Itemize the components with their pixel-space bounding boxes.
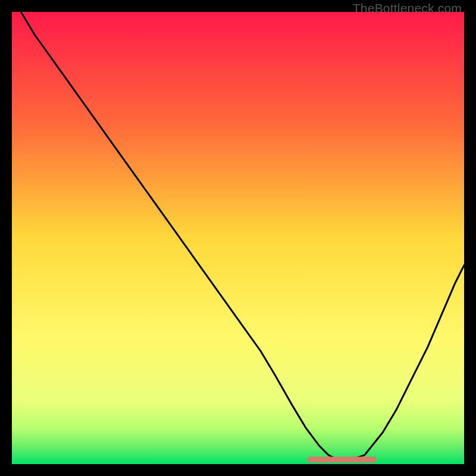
watermark-text: TheBottleneck.com xyxy=(353,1,462,15)
chart-frame xyxy=(12,12,464,464)
bottleneck-chart xyxy=(12,12,464,464)
gradient-background xyxy=(12,12,464,464)
